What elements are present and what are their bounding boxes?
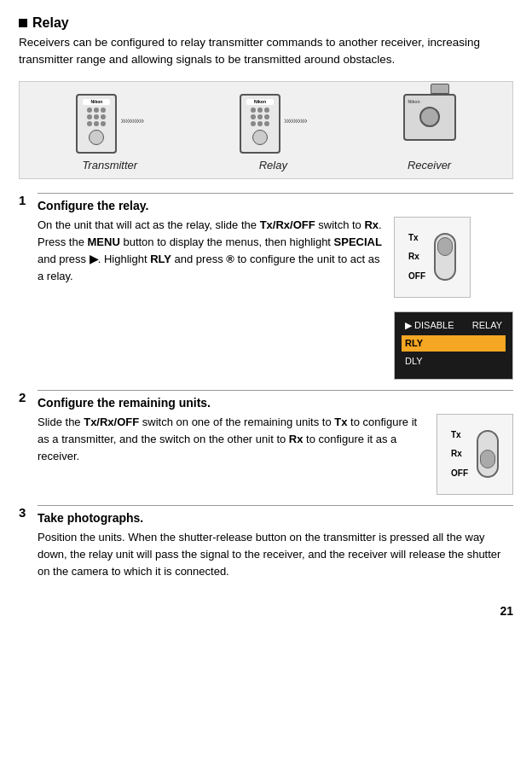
camera-top (431, 84, 449, 94)
menu-label: MENU (88, 235, 120, 248)
step-1-header: Configure the relay. (38, 199, 513, 212)
switch-track-2 (477, 430, 499, 478)
camera-body: Nikon (403, 94, 456, 141)
menu-row-rly: RLY (402, 335, 506, 352)
tx-rx-off-2: Tx/Rx/OFF (84, 416, 139, 428)
intro-paragraph: Receivers can be configured to relay tra… (19, 34, 513, 69)
receiver-diagram-item: Nikon Receiver (403, 94, 456, 171)
step-2-content: Configure the remaining units. Slide the… (38, 390, 513, 505)
step-2-row: 2 Configure the remaining units. Slide t… (19, 390, 513, 505)
step-1-row: 1 Configure the relay. On the unit that … (19, 193, 513, 390)
switch-labels-2: Tx Rx OFF (451, 428, 468, 480)
step-1-body: On the unit that will act as the relay, … (38, 217, 513, 380)
relay-diagram-item: Nikon ›››››››››› Relay (240, 94, 307, 171)
special-label: SPECIAL (334, 235, 382, 248)
switch-off-label-2: OFF (451, 467, 468, 480)
step-3-body: Position the units. When the shutter-rel… (38, 529, 513, 580)
switch-track-1 (434, 233, 456, 281)
step-2-switch-diagram: Tx Rx OFF (437, 414, 513, 495)
title-square-icon (19, 19, 27, 27)
rx-label-2: Rx (289, 433, 304, 445)
relay-body: Nikon (240, 94, 280, 154)
ok-btn-1: ® (226, 253, 234, 265)
step-3-header: Take photographs. (38, 511, 513, 525)
camera-logo: Nikon (408, 99, 420, 104)
switch-inner-1: Tx Rx OFF (408, 231, 456, 283)
switch-rx-label-2: Rx (451, 447, 462, 461)
relay-signal: ›››››››››› (284, 115, 307, 125)
title-row: Relay (19, 15, 513, 31)
switch-labels-1: Tx Rx OFF (408, 231, 425, 283)
step-1-text: On the unit that will act as the relay, … (38, 217, 385, 286)
switch-tx-label: Tx (408, 231, 419, 245)
step-2-body: Slide the Tx/Rx/OFF switch on one of the… (38, 414, 513, 495)
menu-relay-text: RELAY (472, 318, 502, 333)
switch-rx-label: Rx (408, 250, 419, 264)
relay-diagram: Nikon ›››››››››› Transmitter Nikon (19, 81, 513, 179)
camera-lens (419, 107, 440, 127)
relay-dots (251, 108, 269, 126)
menu-row-dly: DLY (402, 353, 506, 369)
page-number: 21 (19, 604, 513, 618)
relay-logo: Nikon (246, 99, 274, 105)
tx-label-2: Tx (334, 416, 347, 428)
relay-device: Nikon ›››››››››› (240, 94, 307, 154)
step-1-switch-diagram: Tx Rx OFF (394, 217, 471, 298)
step-2-body-with-image: Slide the Tx/Rx/OFF switch on one of the… (38, 414, 513, 495)
step-2-text: Slide the Tx/Rx/OFF switch on one of the… (38, 414, 428, 465)
step-2-number: 2 (19, 390, 38, 505)
camera-device: Nikon (403, 94, 456, 152)
menu-rly-text: RLY (405, 336, 423, 351)
menu-disable-text: ▶ DISABLE (405, 318, 454, 333)
relay-label: Relay (259, 159, 287, 171)
step-1-images: Tx Rx OFF ▶ DISABLE (394, 217, 513, 380)
switch-inner-2: Tx Rx OFF (451, 428, 499, 480)
menu-row-disable: ▶ DISABLE RELAY (402, 317, 506, 334)
relay-circle-btn (252, 130, 268, 145)
transmitter-signal: ›››››››››› (120, 115, 143, 125)
transmitter-device: Nikon ›››››››››› (76, 94, 143, 154)
page-title: Relay (32, 15, 69, 31)
step-1-content: Configure the relay. On the unit that wi… (38, 193, 513, 390)
transmitter-diagram-item: Nikon ›››››››››› Transmitter (76, 94, 143, 171)
transmitter-label: Transmitter (82, 159, 137, 171)
transmitter-circle-btn (89, 130, 104, 145)
tx-rx-off-1: Tx/Rx/OFF (260, 218, 315, 231)
step-1-menu-diagram: ▶ DISABLE RELAY RLY DLY (394, 311, 513, 380)
step-3-number: 3 (19, 505, 38, 590)
step-1-body-with-image: On the unit that will act as the relay, … (38, 217, 513, 380)
rly-label: RLY (150, 253, 171, 265)
switch-thumb-1 (437, 237, 453, 256)
step-2-header: Configure the remaining units. (38, 396, 513, 410)
switch-thumb-2 (480, 450, 495, 468)
step-3-content: Take photographs. Position the units. Wh… (38, 505, 513, 590)
transmitter-logo: Nikon (83, 99, 110, 105)
step-1-number: 1 (19, 193, 38, 390)
menu-dly-text: DLY (405, 354, 423, 369)
switch-tx-label-2: Tx (451, 428, 461, 442)
step-3-row: 3 Take photographs. Position the units. … (19, 505, 513, 590)
switch-off-label: OFF (408, 270, 425, 283)
transmitter-body: Nikon (76, 94, 117, 154)
arrow-right-1: ▶ (90, 253, 98, 265)
transmitter-dots (87, 108, 106, 126)
rx-label-1: Rx (364, 218, 379, 231)
receiver-label: Receiver (408, 159, 451, 171)
